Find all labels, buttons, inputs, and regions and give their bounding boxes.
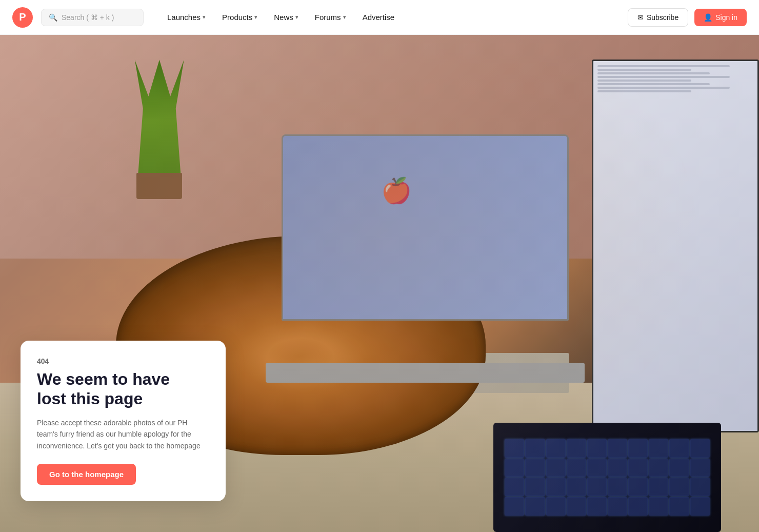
key [690, 459, 710, 477]
key [546, 439, 566, 458]
key [649, 439, 668, 458]
key [587, 459, 607, 477]
nav-label-forums: Forums [315, 13, 341, 22]
nav-label-advertise: Advertise [363, 13, 395, 22]
nav-item-products[interactable]: Products ▾ [215, 9, 265, 26]
monitor [592, 60, 759, 432]
key [649, 459, 668, 477]
key [567, 439, 586, 458]
laptop-screen-content: 🍎 [283, 136, 567, 319]
key [525, 459, 545, 477]
chevron-down-icon: ▾ [254, 14, 257, 21]
key [525, 478, 545, 496]
subscribe-icon: ✉ [637, 13, 644, 22]
key [649, 497, 668, 516]
nav-item-news[interactable]: News ▾ [267, 9, 306, 26]
monitor-line [597, 90, 691, 92]
key [628, 478, 648, 496]
nav-label-launches: Launches [167, 13, 201, 22]
nav-item-forums[interactable]: Forums ▾ [308, 9, 353, 26]
monitor-line [597, 76, 730, 78]
key [546, 459, 566, 477]
key [608, 497, 627, 516]
subscribe-label: Subscribe [647, 13, 678, 22]
key [669, 459, 689, 477]
key [669, 478, 689, 496]
key [546, 497, 566, 516]
key [690, 478, 710, 496]
key [608, 439, 627, 458]
key [525, 497, 545, 516]
key [505, 439, 524, 458]
keyboard [493, 423, 721, 532]
nav-item-advertise[interactable]: Advertise [355, 9, 402, 26]
error-code: 404 [37, 357, 209, 365]
key [608, 459, 627, 477]
apple-logo-icon: 🍎 [381, 176, 412, 205]
navbar: P 🔍 Search ( ⌘ + k ) Launches ▾ Products… [0, 0, 759, 35]
signin-icon: 👤 [704, 13, 712, 22]
error-title-line1: We seem to have [37, 370, 170, 388]
monitor-line [597, 65, 730, 67]
keyboard-keys [505, 439, 710, 516]
error-title: We seem to have lost this page [37, 369, 209, 409]
key [649, 478, 668, 496]
key [628, 439, 648, 458]
key [505, 478, 524, 496]
monitor-line [597, 83, 710, 85]
key [567, 459, 586, 477]
key [608, 478, 627, 496]
search-placeholder: Search ( ⌘ + k ) [62, 13, 114, 22]
search-icon: 🔍 [49, 13, 57, 22]
monitor-content [593, 61, 757, 431]
laptop-screen: 🍎 [282, 134, 568, 321]
logo-letter: P [19, 11, 26, 23]
search-bar[interactable]: 🔍 Search ( ⌘ + k ) [41, 9, 144, 26]
plant-pot [136, 173, 182, 199]
monitor-line [597, 87, 730, 89]
nav-links: Launches ▾ Products ▾ News ▾ Forums ▾ Ad… [160, 9, 402, 26]
chevron-down-icon: ▾ [295, 14, 298, 21]
key [587, 478, 607, 496]
monitor-line [597, 80, 691, 82]
signin-label: Sign in [715, 13, 737, 22]
subscribe-button[interactable]: ✉ Subscribe [628, 8, 688, 27]
key [628, 459, 648, 477]
key [690, 497, 710, 516]
key [567, 478, 586, 496]
plant [114, 60, 205, 233]
key [690, 439, 710, 458]
key [587, 497, 607, 516]
laptop: 🍎 [266, 134, 585, 383]
key [505, 497, 524, 516]
nav-label-products: Products [222, 13, 252, 22]
key [587, 439, 607, 458]
logo[interactable]: P [12, 7, 33, 28]
error-card: 404 We seem to have lost this page Pleas… [21, 341, 226, 501]
key [505, 459, 524, 477]
go-to-homepage-label: Go to the homepage [49, 470, 124, 479]
signin-button[interactable]: 👤 Sign in [694, 9, 747, 26]
monitor-line [597, 69, 691, 71]
chevron-down-icon: ▾ [203, 14, 206, 21]
key [628, 497, 648, 516]
nav-label-news: News [274, 13, 293, 22]
key [525, 439, 545, 458]
plant-stems [132, 60, 187, 181]
key [669, 497, 689, 516]
key [567, 497, 586, 516]
laptop-base [266, 363, 585, 383]
nav-right: ✉ Subscribe 👤 Sign in [628, 8, 747, 27]
nav-item-launches[interactable]: Launches ▾ [160, 9, 213, 26]
chevron-down-icon: ▾ [343, 14, 346, 21]
go-to-homepage-button[interactable]: Go to the homepage [37, 464, 136, 485]
error-description: Please accept these adorable photos of o… [37, 417, 209, 451]
key [669, 439, 689, 458]
monitor-line [597, 72, 710, 74]
error-title-line2: lost this page [37, 389, 143, 408]
key [546, 478, 566, 496]
